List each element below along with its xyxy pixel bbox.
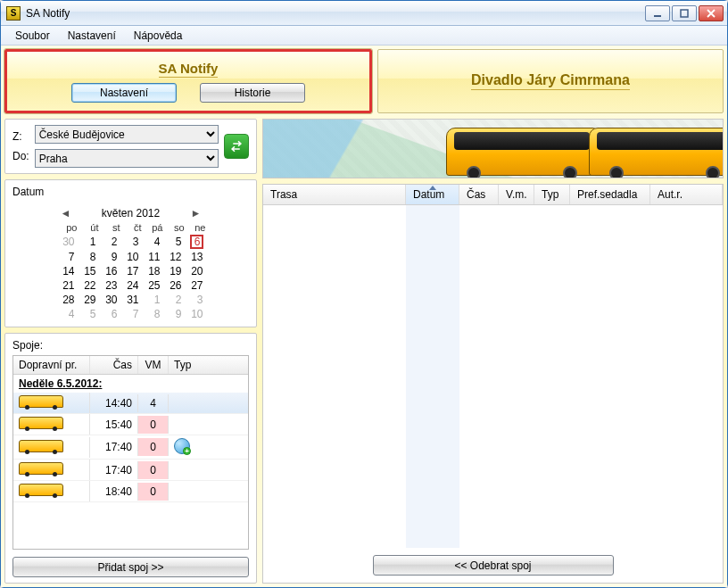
calendar-day[interactable]: 21 — [56, 278, 78, 293]
calendar-day[interactable]: 28 — [56, 293, 78, 307]
app-icon: S — [6, 6, 21, 21]
calendar-day[interactable]: 12 — [163, 250, 185, 264]
card-ad: Divadlo Járy Cimrmana — [377, 49, 724, 113]
calendar-day[interactable]: 9 — [99, 250, 120, 264]
col-carrier[interactable]: Dopravní pr. — [13, 356, 90, 374]
gcol-date[interactable]: Datum — [406, 185, 459, 204]
cell-type — [169, 468, 204, 473]
calendar-day[interactable]: 1 — [78, 234, 99, 250]
calendar-day[interactable]: 10 — [185, 307, 206, 321]
cal-dow: čt — [120, 221, 142, 234]
calendar-day[interactable]: 4 — [142, 234, 163, 250]
menu-settings[interactable]: Nastavení — [59, 28, 125, 44]
maximize-button[interactable] — [672, 5, 697, 21]
calendar-day[interactable]: 7 — [120, 307, 142, 321]
calendar-day[interactable]: 1 — [142, 293, 163, 307]
calendar-day[interactable]: 23 — [99, 278, 120, 293]
history-button[interactable]: Historie — [200, 83, 305, 103]
calendar-day[interactable]: 24 — [120, 278, 142, 293]
calendar-day[interactable]: 16 — [99, 264, 120, 278]
col-type[interactable]: Typ — [169, 356, 204, 374]
cal-prev[interactable]: ◄ — [60, 207, 72, 219]
list-item[interactable]: 15:400 — [13, 414, 248, 435]
calendar-day[interactable]: 26 — [163, 278, 185, 293]
calendar-day[interactable]: 30 — [99, 293, 120, 307]
calendar-day[interactable]: 17 — [120, 264, 142, 278]
list-item[interactable]: 18:400 — [13, 481, 248, 502]
bus-icon — [19, 417, 63, 429]
list-item[interactable]: 17:400+ — [13, 435, 248, 460]
calendar-day[interactable]: 5 — [163, 234, 185, 250]
calendar-day[interactable]: 8 — [78, 250, 99, 264]
calendar-day[interactable]: 7 — [56, 250, 78, 264]
calendar-day[interactable]: 4 — [56, 307, 78, 321]
cell-time: 17:40 — [90, 461, 138, 479]
remove-connection-button[interactable]: << Odebrat spoj — [373, 555, 614, 576]
cell-vm: 0 — [138, 461, 169, 479]
from-select[interactable]: České Budějovice — [35, 125, 219, 144]
settings-button[interactable]: Nastavení — [71, 83, 177, 103]
calendar-day[interactable]: 6 — [99, 307, 120, 321]
calendar-day[interactable]: 8 — [142, 307, 163, 321]
gcol-time[interactable]: Čas — [459, 185, 499, 204]
calendar-day[interactable]: 18 — [142, 264, 163, 278]
right-column: Trasa Datum Čas V.m. Typ Pref.sedadla Au… — [262, 119, 724, 584]
svg-rect-0 — [654, 15, 661, 17]
cal-dow: pá — [142, 221, 163, 234]
banner-image — [262, 119, 724, 178]
selected-grid-body[interactable] — [263, 205, 723, 548]
calendar[interactable]: ◄ květen 2012 ► poútstčtpásone 301234567… — [56, 205, 206, 321]
bus-illustration — [589, 128, 724, 176]
calendar-day[interactable]: 22 — [78, 278, 99, 293]
calendar-day[interactable]: 19 — [163, 264, 185, 278]
gcol-autr[interactable]: Aut.r. — [650, 185, 723, 204]
gcol-vm[interactable]: V.m. — [499, 185, 534, 204]
calendar-day[interactable]: 9 — [163, 307, 185, 321]
list-item[interactable]: 17:400 — [13, 460, 248, 481]
bus-illustration — [446, 128, 598, 176]
ad-link[interactable]: Divadlo Járy Cimrmana — [471, 72, 630, 90]
date-label: Datum — [12, 186, 249, 198]
menu-file[interactable]: Soubor — [6, 28, 59, 44]
connections-panel: Spoje: Dopravní pr. Čas VM Typ Neděle 6.… — [4, 333, 257, 584]
calendar-day[interactable]: 29 — [78, 293, 99, 307]
cal-next[interactable]: ► — [189, 207, 202, 219]
calendar-day[interactable]: 6 — [185, 234, 206, 250]
calendar-day[interactable]: 30 — [56, 234, 78, 250]
calendar-day[interactable]: 20 — [185, 264, 206, 278]
gcol-type[interactable]: Typ — [534, 185, 570, 204]
add-connection-button[interactable]: Přidat spoj >> — [12, 557, 249, 577]
calendar-day[interactable]: 27 — [185, 278, 206, 293]
calendar-day[interactable]: 3 — [120, 234, 142, 250]
calendar-day[interactable]: 13 — [185, 250, 206, 264]
bus-icon — [19, 395, 63, 408]
calendar-day[interactable]: 11 — [142, 250, 163, 264]
close-button[interactable] — [699, 5, 724, 21]
calendar-day[interactable]: 3 — [185, 293, 206, 307]
menubar: Soubor Nastavení Nápověda — [1, 26, 727, 46]
menu-help[interactable]: Nápověda — [125, 28, 192, 44]
cal-dow: út — [78, 221, 99, 234]
calendar-day[interactable]: 2 — [99, 234, 120, 250]
calendar-day[interactable]: 31 — [120, 293, 142, 307]
calendar-grid[interactable]: poútstčtpásone 3012345678910111213141516… — [56, 221, 206, 321]
calendar-day[interactable]: 25 — [142, 278, 163, 293]
list-item[interactable]: 14:404 — [13, 393, 248, 414]
calendar-day[interactable]: 15 — [78, 264, 99, 278]
connections-list[interactable]: Dopravní pr. Čas VM Typ Neděle 6.5.2012:… — [12, 355, 249, 550]
gcol-route[interactable]: Trasa — [263, 185, 406, 204]
calendar-day[interactable]: 5 — [78, 307, 99, 321]
calendar-day[interactable]: 14 — [56, 264, 78, 278]
swap-button[interactable] — [224, 134, 249, 159]
to-select[interactable]: Praha — [35, 149, 219, 168]
selected-grid-panel: Trasa Datum Čas V.m. Typ Pref.sedadla Au… — [262, 184, 724, 584]
cell-time: 15:40 — [90, 416, 138, 434]
titlebar: S SA Notify — [1, 1, 727, 26]
gcol-pref[interactable]: Pref.sedadla — [570, 185, 650, 204]
col-vm[interactable]: VM — [138, 356, 169, 374]
minimize-button[interactable] — [645, 5, 670, 21]
cal-dow: st — [99, 221, 120, 234]
calendar-day[interactable]: 10 — [120, 250, 142, 264]
col-time[interactable]: Čas — [90, 356, 138, 374]
calendar-day[interactable]: 2 — [163, 293, 185, 307]
